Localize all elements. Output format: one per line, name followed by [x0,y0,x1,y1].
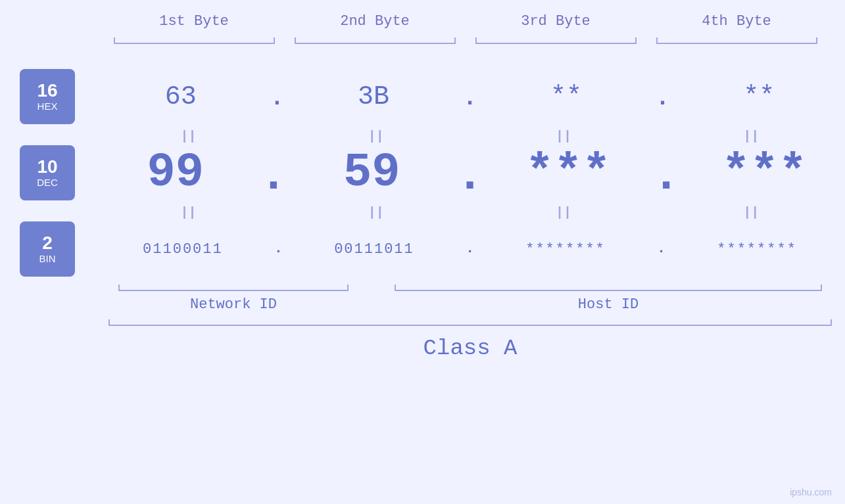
host-id-label: Host ID [385,296,832,313]
dec-values: 99 . 59 . *** . *** [95,146,845,200]
eq1-b1: || [95,129,282,144]
bin-b1: 01100011 [95,241,271,258]
bin-b4: ******** [669,241,845,258]
dec-row: 10 DEC 99 . 59 . *** . *** [0,145,845,200]
eq2-b3: || [470,205,658,220]
bin-b2: 00111011 [286,241,462,258]
dec-b4: *** [684,146,845,200]
hex-values: 63 . 3B . ** . ** [95,82,845,112]
hex-sep2: . [460,87,481,110]
class-bracket [109,319,832,329]
bracket-3 [466,36,646,49]
main-container: 1st Byte 2nd Byte 3rd Byte 4th Byte 16 H… [0,0,845,504]
bin-sep3: . [654,242,669,256]
hex-row: 16 HEX 63 . 3B . ** . ** [0,69,845,124]
watermark: ipshu.com [790,487,832,497]
hex-b3: ** [480,82,652,112]
equals-row-1: || || || || [0,129,845,144]
class-label-container: Class A [109,336,832,361]
eq2-b4: || [658,205,845,220]
dec-base-label: DEC [37,177,58,189]
dec-sep3: . [648,152,683,200]
bin-base-number: 2 [42,233,53,254]
equals-row-2: || || || || [0,205,845,220]
bracket-4 [646,36,827,49]
bracket-1 [104,36,285,49]
eq2-b1: || [95,205,282,220]
hex-badge: 16 HEX [20,69,75,124]
dec-b2: 59 [291,146,452,200]
id-gap [358,296,385,313]
gap-spacer [358,282,385,291]
hex-sep1: . [267,87,288,110]
eq1-b3: || [470,129,658,144]
dec-badge: 10 DEC [20,145,75,200]
bin-row: 2 BIN 01100011 . 00111011 . ******** . *… [0,221,845,277]
dec-base-number: 10 [37,157,57,177]
byte4-header: 4th Byte [646,13,827,30]
dec-sep2: . [452,152,487,200]
hex-sep3: . [652,87,673,110]
bin-badge: 2 BIN [20,221,75,277]
host-bracket [385,282,832,291]
network-bracket [109,282,358,291]
byte-headers: 1st Byte 2nd Byte 3rd Byte 4th Byte [104,13,827,30]
bin-values: 01100011 . 00111011 . ******** . *******… [95,241,845,258]
bin-base-label: BIN [39,254,55,265]
bin-sep2: . [462,242,477,256]
byte3-header: 3rd Byte [466,13,646,30]
hex-base-label: HEX [37,101,58,112]
hex-b1: 63 [95,82,267,112]
id-labels: Network ID Host ID [109,296,832,313]
hex-b2: 3B [287,82,460,112]
eq1-b2: || [282,129,470,144]
dec-sep1: . [256,152,291,200]
hex-base-number: 16 [37,81,57,101]
byte2-header: 2nd Byte [285,13,466,30]
network-id-label: Network ID [109,296,358,313]
dec-b1: 99 [95,146,256,200]
eq2-b2: || [282,205,470,220]
eq1-b4: || [658,129,845,144]
bin-sep1: . [271,242,286,256]
bracket-2 [285,36,466,49]
class-label: Class A [423,336,518,361]
top-brackets [104,36,827,49]
bottom-bracket-area [109,282,832,291]
hex-b4: ** [673,82,845,112]
bin-b3: ******** [477,241,654,258]
dec-b3: *** [487,146,648,200]
byte1-header: 1st Byte [104,13,285,30]
